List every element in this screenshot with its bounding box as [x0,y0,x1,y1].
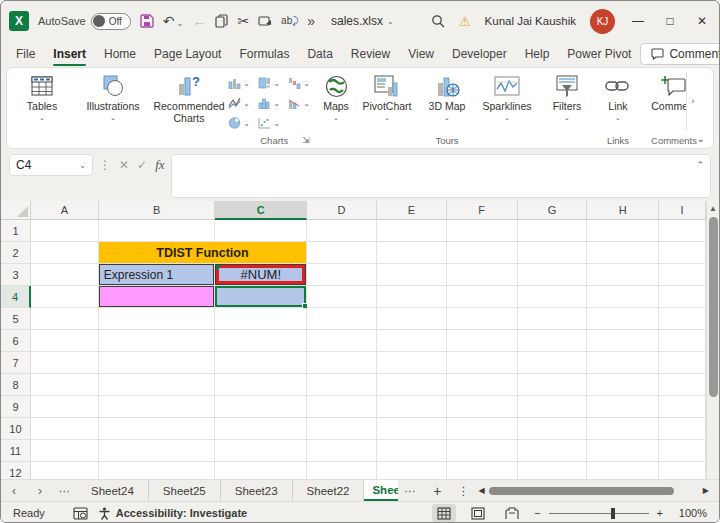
cell-E2[interactable] [377,242,447,264]
zoom-level[interactable]: 100% [673,507,707,519]
cell-G12[interactable] [518,462,588,479]
cell-A6[interactable] [31,330,99,352]
name-box-caret-icon[interactable]: ⌄ [79,161,86,170]
vertical-scroll-thumb[interactable] [709,217,718,397]
formula-options-dots-icon[interactable]: ⋮ [99,158,111,172]
cell-F2[interactable] [447,242,518,264]
redo-button[interactable]: ← [192,14,206,28]
cell-C9[interactable] [215,396,307,418]
cell-I2[interactable] [659,242,706,264]
cell-A7[interactable] [31,352,99,374]
sheet-tab-sheet25[interactable]: Sheet25 [149,480,221,501]
cell-C8[interactable] [215,374,307,396]
cell-I11[interactable] [659,440,706,462]
cell-G5[interactable] [518,308,588,330]
row-header-2[interactable]: 2 [1,242,31,264]
scatter-chart-button[interactable]: ⌄ [254,113,284,133]
cell-G4[interactable] [518,286,588,308]
undo-caret-icon[interactable]: ⌄ [174,19,183,28]
cell-D9[interactable] [307,396,377,418]
cell-A12[interactable] [31,462,99,479]
cell-G8[interactable] [518,374,588,396]
macro-record-icon[interactable] [73,507,88,520]
ribbon-tab-insert[interactable]: Insert [44,43,95,65]
cell-G3[interactable] [518,264,588,286]
row-header-12[interactable]: 12 [1,462,31,479]
pivotchart-button[interactable]: PivotChart ⌄ [358,71,416,122]
combo-chart-button[interactable]: ⌄ [284,93,314,113]
cell-C12[interactable] [215,462,307,479]
row-header-6[interactable]: 6 [1,330,31,352]
copy-button[interactable] [215,14,228,28]
zoom-out-button[interactable]: − [534,507,540,519]
insert-function-icon[interactable]: fx [155,157,164,173]
row-header-11[interactable]: 11 [1,440,31,462]
cell-D5[interactable] [307,308,377,330]
save-icon[interactable] [140,14,154,28]
cell-H9[interactable] [587,396,659,418]
cell-C10[interactable] [215,418,307,440]
ribbon-tab-help[interactable]: Help [516,43,559,65]
cell-I7[interactable] [659,352,706,374]
link-button[interactable]: Link ⌄ [598,71,638,122]
horizontal-scroll-thumb[interactable] [489,487,674,495]
cell-E8[interactable] [377,374,447,396]
cell-F9[interactable] [447,396,518,418]
sheet-tab-sheet24[interactable]: Sheet24 [77,480,149,501]
cell-B5[interactable] [99,308,216,330]
column-header-B[interactable]: B [99,201,216,220]
cell-E1[interactable] [377,220,447,242]
cell-E4[interactable] [377,286,447,308]
filters-button[interactable]: Filters ⌄ [544,71,590,122]
minimize-button[interactable]: — [629,14,647,28]
document-title-caret-icon[interactable]: ⌄ [387,17,394,26]
cell-A9[interactable] [31,396,99,418]
cut-button[interactable]: ✂ [237,14,249,28]
ribbon-tab-data[interactable]: Data [298,43,341,65]
email-button[interactable] [258,15,272,27]
maps-button[interactable]: Maps ⌄ [314,71,358,122]
column-header-I[interactable]: I [659,201,706,220]
cell-B8[interactable] [99,374,216,396]
scroll-up-icon[interactable]: ▲ [709,201,717,215]
cell-H8[interactable] [587,374,659,396]
cell-G7[interactable] [518,352,588,374]
histogram-chart-button[interactable]: ⌄ [254,93,284,113]
cell-D12[interactable] [307,462,377,479]
text-button[interactable]: A Text ⌄ [710,71,714,122]
cell-E3[interactable] [377,264,447,286]
cell-D2[interactable] [307,242,377,264]
cell-D7[interactable] [307,352,377,374]
zoom-in-button[interactable]: + [657,507,663,519]
column-header-H[interactable]: H [587,201,659,220]
cell-I8[interactable] [659,374,706,396]
undo-button[interactable]: ↶ ⌄ [163,14,184,28]
cell-H1[interactable] [587,220,659,242]
cell-G10[interactable] [518,418,588,440]
zoom-slider-thumb[interactable] [611,508,615,519]
page-break-view-button[interactable] [500,504,524,522]
user-avatar[interactable]: KJ [590,9,615,34]
cell-F11[interactable] [447,440,518,462]
cell-E7[interactable] [377,352,447,374]
enter-entry-icon[interactable]: ✓ [137,158,147,172]
cell-I3[interactable] [659,264,706,286]
cell-A3[interactable] [31,264,99,286]
formula-bar-collapse-icon[interactable]: ⌃ [696,160,704,170]
cell-F3[interactable] [447,264,518,286]
3d-map-button[interactable]: 3D Map ⌄ [424,71,470,122]
user-name[interactable]: Kunal Jai Kaushik [485,15,576,27]
maximize-button[interactable]: □ [661,14,679,28]
ribbon-collapse-icon[interactable]: ⌄ [697,133,705,144]
new-sheet-button[interactable]: + [422,483,452,499]
ribbon-tab-view[interactable]: View [399,43,443,65]
column-header-C[interactable]: C [215,201,307,220]
cell-C11[interactable] [215,440,307,462]
cell-A11[interactable] [31,440,99,462]
column-header-E[interactable]: E [377,201,447,220]
cell-E6[interactable] [377,330,447,352]
cell-D11[interactable] [307,440,377,462]
scroll-left-icon[interactable]: ◀ [478,486,484,495]
name-box[interactable]: C4 ⌄ [9,154,93,176]
cell-H3[interactable] [587,264,659,286]
